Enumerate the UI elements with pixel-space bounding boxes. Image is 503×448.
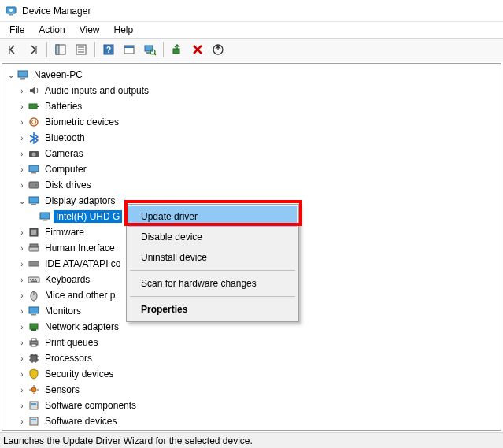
svg-rect-31 (29, 182, 39, 188)
tree-category[interactable]: ›Software components (2, 398, 501, 413)
uninstall-device-button[interactable] (188, 40, 207, 59)
svg-rect-61 (31, 355, 37, 361)
svg-rect-24 (37, 106, 39, 107)
svg-rect-29 (29, 165, 39, 172)
svg-rect-60 (31, 344, 36, 346)
tree-category[interactable]: ›Biometric devices (2, 114, 501, 130)
svg-rect-17 (173, 49, 179, 54)
expand-icon[interactable]: › (17, 228, 28, 237)
expand-icon[interactable]: › (17, 181, 28, 190)
menu-file[interactable]: File (3, 23, 31, 37)
bluetooth-icon (28, 131, 40, 144)
svg-rect-74 (31, 419, 36, 420)
action-button[interactable] (120, 40, 139, 59)
expand-icon[interactable]: › (17, 150, 28, 158)
toolbar-separator (163, 42, 164, 57)
svg-point-26 (32, 120, 36, 124)
hid-icon (28, 242, 40, 254)
context-menu: Update driver Disable device Uninstall d… (126, 204, 299, 322)
sensor-icon (28, 383, 40, 396)
tree-category[interactable]: ›Cameras (2, 146, 501, 161)
svg-rect-55 (31, 314, 36, 316)
ctx-separator (130, 296, 295, 297)
expand-icon[interactable]: › (17, 118, 28, 127)
ctx-scan-hardware[interactable]: Scan for hardware changes (128, 273, 297, 294)
tree-category[interactable]: ›Batteries (2, 98, 501, 114)
app-icon (5, 5, 17, 17)
tree-category[interactable]: ›Audio inputs and outputs (2, 83, 501, 98)
properties-button[interactable] (72, 40, 91, 59)
tree-category[interactable]: ›Print queues (2, 335, 501, 350)
back-button[interactable] (3, 40, 22, 59)
processor-icon (28, 352, 40, 365)
expand-icon[interactable]: › (17, 386, 28, 394)
expand-icon[interactable]: › (17, 87, 28, 95)
ide-icon (28, 257, 40, 270)
computer-icon (28, 163, 40, 176)
expand-icon[interactable]: › (17, 134, 28, 143)
update-driver-button[interactable] (209, 40, 227, 59)
network-icon (28, 320, 40, 333)
print-icon (28, 336, 40, 349)
expand-icon[interactable]: › (17, 307, 28, 316)
svg-rect-56 (30, 324, 38, 329)
expand-icon[interactable]: › (17, 370, 28, 379)
tree-category[interactable]: ›Processors (2, 350, 501, 366)
display-icon (39, 210, 51, 223)
svg-text:?: ? (106, 46, 111, 54)
svg-rect-34 (31, 204, 36, 205)
tree-category[interactable]: ›Bluetooth (2, 130, 501, 146)
collapse-icon[interactable]: ⌄ (6, 71, 17, 80)
tree-root[interactable]: ⌄ Naveen-PC (2, 67, 501, 83)
battery-icon (28, 100, 40, 113)
expand-icon[interactable]: › (17, 417, 28, 426)
expand-icon[interactable]: › (17, 244, 28, 253)
tree-category[interactable]: ›Computer (2, 161, 501, 177)
expand-icon[interactable]: › (17, 291, 28, 300)
enable-device-button[interactable] (168, 40, 187, 59)
expand-icon[interactable]: › (17, 339, 28, 347)
tree-category[interactable]: ›Software devices (2, 413, 501, 429)
forward-button[interactable] (24, 40, 43, 59)
tree-category[interactable]: ›Security devices (2, 366, 501, 382)
collapse-icon[interactable]: ⌄ (17, 197, 28, 205)
menu-view[interactable]: View (73, 23, 106, 37)
expand-icon[interactable]: › (17, 323, 28, 331)
svg-point-32 (35, 184, 37, 186)
camera-icon (28, 147, 40, 160)
expand-icon[interactable]: › (17, 260, 28, 268)
biometric-icon (28, 116, 40, 128)
tree-category[interactable]: ›Disk drives (2, 177, 501, 193)
tree-category[interactable]: ›Sensors (2, 382, 501, 398)
scan-hardware-button[interactable] (140, 40, 159, 59)
show-hide-tree-button[interactable] (51, 40, 70, 59)
svg-rect-54 (29, 307, 39, 313)
toolbar-separator (94, 42, 95, 57)
svg-point-70 (31, 387, 36, 392)
svg-rect-50 (35, 279, 36, 280)
ctx-update-driver[interactable]: Update driver (128, 206, 297, 227)
expand-icon[interactable]: › (17, 276, 28, 284)
tree-category[interactable]: ›Sound, video and game controllers (2, 429, 501, 431)
expand-icon[interactable]: › (17, 402, 28, 410)
svg-rect-59 (31, 339, 36, 341)
firmware-icon (28, 226, 40, 239)
status-bar: Launches the Update Driver Wizard for th… (0, 432, 503, 448)
svg-rect-51 (31, 281, 37, 283)
menu-help[interactable]: Help (108, 23, 140, 37)
menu-action[interactable]: Action (32, 23, 71, 37)
svg-rect-73 (30, 417, 38, 425)
svg-rect-71 (30, 402, 38, 409)
toolbar-separator (46, 42, 47, 57)
ctx-uninstall-device[interactable]: Uninstall device (128, 247, 297, 268)
ctx-properties[interactable]: Properties (128, 299, 297, 320)
help-button[interactable]: ? (99, 40, 118, 59)
expand-icon[interactable]: › (17, 354, 28, 363)
expand-icon[interactable]: › (17, 165, 28, 174)
window-title: Device Manager (22, 6, 91, 17)
svg-rect-38 (31, 230, 36, 235)
svg-rect-33 (29, 197, 39, 203)
expand-icon[interactable]: › (17, 102, 28, 111)
title-bar: Device Manager (0, 0, 503, 22)
ctx-disable-device[interactable]: Disable device (128, 227, 297, 247)
